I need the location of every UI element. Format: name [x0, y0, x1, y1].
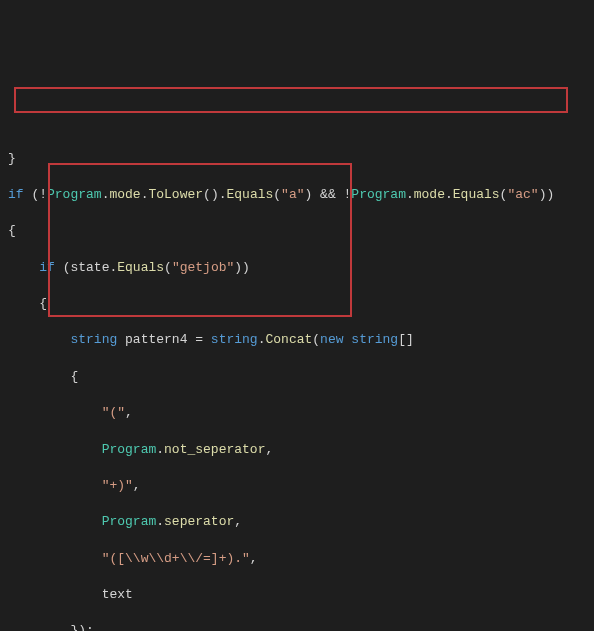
code-line: string pattern4 = string.Concat(new stri… — [8, 331, 586, 349]
code-line: text — [8, 586, 586, 604]
code-line: "([\\w\\d+\\/=]+).", — [8, 550, 586, 568]
code-line: }); — [8, 622, 586, 631]
code-line: { — [8, 295, 586, 313]
code-line: { — [8, 368, 586, 386]
code-line: "+)", — [8, 477, 586, 495]
code-line: Program.seperator, — [8, 513, 586, 531]
code-line: "(", — [8, 404, 586, 422]
code-line: } — [8, 150, 586, 168]
code-editor[interactable]: } if (!Program.mode.ToLower().Equals("a"… — [0, 73, 594, 631]
code-line: Program.not_seperator, — [8, 441, 586, 459]
highlight-box-1 — [14, 87, 568, 113]
code-line: if (!Program.mode.ToLower().Equals("a") … — [8, 186, 586, 204]
code-line: { — [8, 222, 586, 240]
code-line: if (state.Equals("getjob")) — [8, 259, 586, 277]
